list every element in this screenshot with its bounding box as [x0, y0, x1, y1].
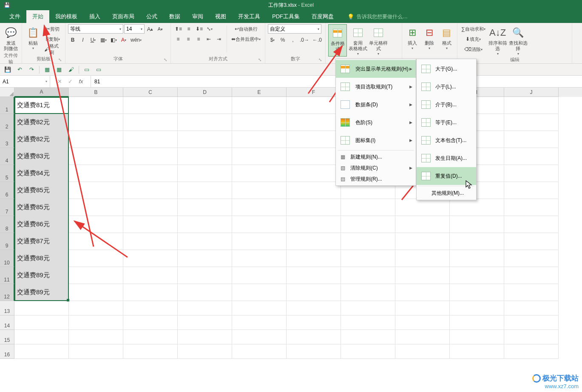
cell[interactable]	[287, 182, 341, 199]
cell[interactable]	[69, 330, 123, 344]
fill-button[interactable]: ⬇填充▾	[460, 34, 487, 44]
align-right-button[interactable]: ≡	[194, 34, 203, 44]
currency-button[interactable]: $▾	[268, 35, 277, 45]
cell[interactable]	[123, 216, 178, 233]
cell[interactable]	[69, 199, 123, 216]
cell[interactable]	[232, 114, 287, 131]
cancel-formula-button[interactable]: ✕	[57, 78, 62, 85]
name-box[interactable]: A1▾	[0, 76, 50, 87]
cell[interactable]	[123, 284, 178, 301]
delete-cells-button[interactable]: ⊟删除▾	[422, 24, 437, 50]
sort-filter-button[interactable]: A↓Z排序和筛选▾	[488, 24, 507, 56]
qat-btn-4[interactable]: ▭	[94, 65, 104, 74]
cell[interactable]	[341, 315, 395, 330]
cell[interactable]	[287, 233, 341, 250]
cell[interactable]	[287, 131, 341, 148]
row-header[interactable]: 5	[0, 165, 14, 182]
cell[interactable]	[450, 330, 504, 344]
cell[interactable]	[504, 199, 559, 216]
cell[interactable]	[287, 315, 341, 330]
cell[interactable]: 交通费86元	[14, 216, 69, 233]
cell[interactable]	[123, 114, 178, 131]
cell[interactable]	[69, 114, 123, 131]
qat-btn-1[interactable]: ▦	[42, 65, 52, 74]
cell[interactable]	[287, 165, 341, 182]
tab-file[interactable]: 文件	[3, 10, 26, 23]
merge-center-button[interactable]: ⬌合并后居中▾	[230, 34, 262, 44]
wrap-text-button[interactable]: ↩自动换行	[230, 24, 262, 34]
cell[interactable]	[504, 250, 559, 267]
insert-cells-button[interactable]: ⊞插入▾	[405, 24, 420, 50]
cell[interactable]	[287, 148, 341, 165]
cell[interactable]	[287, 114, 341, 131]
cell[interactable]	[232, 267, 287, 284]
cell[interactable]	[504, 344, 559, 359]
cell[interactable]	[395, 216, 450, 233]
cut-button[interactable]: ✂剪切	[43, 24, 62, 34]
tab-baidu-netdisk[interactable]: 百度网盘	[306, 10, 340, 23]
cell[interactable]: 交通费88元	[14, 250, 69, 267]
cell[interactable]	[232, 131, 287, 148]
align-left-button[interactable]: ≡	[173, 34, 183, 44]
cell[interactable]	[69, 284, 123, 301]
cell[interactable]	[123, 131, 178, 148]
col-header-A[interactable]: A	[14, 88, 69, 97]
cell[interactable]: 交通费85元	[14, 182, 69, 199]
cell[interactable]	[504, 330, 559, 344]
cell[interactable]	[341, 301, 395, 315]
row-header[interactable]: 7	[0, 199, 14, 216]
cell[interactable]	[178, 182, 232, 199]
font-color-button[interactable]: A▾	[119, 35, 128, 45]
italic-button[interactable]: I	[78, 35, 88, 45]
cell-styles-button[interactable]: 单元格样式▾	[369, 24, 388, 56]
cell[interactable]	[123, 344, 178, 359]
cell[interactable]	[287, 344, 341, 359]
cell[interactable]	[123, 182, 178, 199]
cell[interactable]: 交通费89元	[14, 267, 69, 284]
dialog-launcher-icon[interactable]: ⤡	[318, 57, 322, 62]
tab-insert[interactable]: 插入	[83, 10, 106, 23]
cell[interactable]	[232, 315, 287, 330]
cell[interactable]	[504, 165, 559, 182]
cell[interactable]	[178, 131, 232, 148]
col-header-D[interactable]: D	[178, 88, 232, 97]
cell[interactable]: 交通费82元	[14, 114, 69, 131]
align-center-button[interactable]: ≡	[184, 34, 193, 44]
cell[interactable]	[232, 344, 287, 359]
increase-decimal-button[interactable]: .0→	[298, 35, 310, 45]
menu-date-occurring[interactable]: 发生日期(A)...	[417, 149, 476, 167]
qat-save-icon[interactable]: 💾	[3, 1, 11, 9]
cell[interactable]	[395, 250, 450, 267]
increase-font-button[interactable]: A▴	[145, 24, 155, 34]
cell[interactable]	[178, 250, 232, 267]
underline-button[interactable]: U▾	[88, 35, 98, 45]
cell[interactable]	[450, 250, 504, 267]
copy-button[interactable]: ⎘复制▾	[43, 34, 62, 44]
cell[interactable]	[69, 344, 123, 359]
cell[interactable]	[123, 165, 178, 182]
cell[interactable]	[178, 301, 232, 315]
dialog-launcher-icon[interactable]: ⤡	[58, 57, 62, 62]
cell[interactable]	[504, 216, 559, 233]
cell[interactable]	[504, 131, 559, 148]
cell[interactable]	[69, 267, 123, 284]
cell[interactable]	[232, 199, 287, 216]
menu-less-than[interactable]: 小于(L)...	[417, 78, 476, 96]
cell[interactable]	[69, 131, 123, 148]
cell[interactable]	[395, 284, 450, 301]
cell[interactable]	[14, 315, 69, 330]
col-header-C[interactable]: C	[123, 88, 178, 97]
menu-new-rule[interactable]: ▦新建规则(N)...	[336, 151, 416, 162]
tab-page-layout[interactable]: 页面布局	[106, 10, 140, 23]
fill-color-button[interactable]: ◧▾	[109, 35, 118, 45]
menu-icon-sets[interactable]: 图标集(I)▶	[336, 131, 416, 149]
cell[interactable]: 交通费84元	[14, 165, 69, 182]
border-button[interactable]: ▦▾	[99, 35, 108, 45]
cell[interactable]: 交通费85元	[14, 199, 69, 216]
cell[interactable]	[341, 330, 395, 344]
conditional-formatting-button[interactable]: 条件格式▾	[328, 24, 347, 57]
cell[interactable]	[232, 250, 287, 267]
select-all-corner[interactable]	[0, 88, 14, 97]
send-to-wechat-button[interactable]: 💬 发送到微信	[3, 24, 19, 51]
cell[interactable]	[69, 250, 123, 267]
